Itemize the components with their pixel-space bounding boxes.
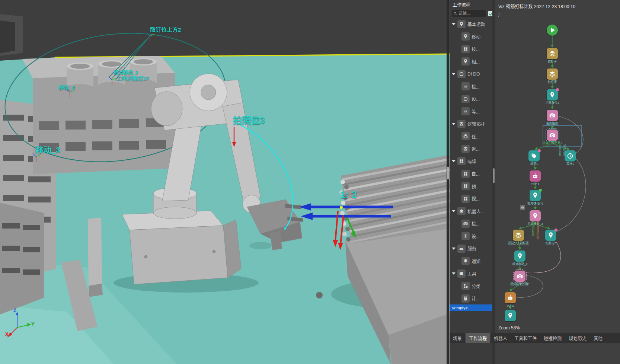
wf-item-set[interactable]: 设...: [450, 230, 495, 243]
node-label: TCP 1: [521, 182, 550, 186]
robot-icon[interactable]: [530, 170, 541, 182]
workflow-panel-scrollbar-thumb[interactable]: [493, 168, 495, 183]
wf-item-set-do[interactable]: 设...: [450, 93, 495, 105]
camera-icon[interactable]: [547, 110, 558, 121]
3d-viewport[interactable]: 取钉位上方2 相对移动_3 工件1抓取钉1P 移动_4 移动_3 拍照位3 1:…: [0, 0, 450, 364]
pin-icon: [457, 20, 466, 28]
tab-scene[interactable]: 场景: [450, 333, 466, 343]
workflow-node-relative-move-3[interactable]: 相对移动_3: [521, 210, 550, 226]
wf-item-auto[interactable]: 自...: [450, 167, 495, 180]
pin-icon[interactable]: [530, 210, 541, 221]
tab-planning-history[interactable]: 规划历史: [565, 333, 590, 343]
pin-icon: [461, 57, 470, 66]
workflow-node-photo-move-1[interactable]: 拍照移位1: [538, 89, 567, 105]
tab-tools-workpieces[interactable]: 工具和工件: [511, 333, 540, 343]
wf-category-palletize[interactable]: 码垛: [450, 155, 495, 168]
workflow-node-vision-result[interactable]: 视觉结果处理1: [505, 271, 534, 286]
waypoint-label-move-4[interactable]: 移动_4: [59, 83, 75, 91]
grid-icon: [461, 182, 470, 190]
wf-item-check[interactable]: 检...: [450, 217, 495, 230]
wf-item-move[interactable]: 移动: [450, 31, 495, 43]
robot-icon: [457, 207, 466, 215]
shapes-icon: [461, 282, 470, 290]
item-label: 检...: [472, 83, 480, 90]
item-label: 视...: [472, 195, 480, 202]
tag-icon[interactable]: [528, 150, 540, 162]
wf-item-press[interactable]: 按...: [450, 43, 495, 55]
wf-item-relative[interactable]: 相...: [450, 55, 495, 68]
wf-category-basic-motion[interactable]: 基本运动: [450, 18, 495, 31]
pin-icon[interactable]: [545, 230, 556, 241]
workflow-node-wait-1[interactable]: 等待1: [556, 150, 585, 166]
workflow-node-photo-pos-2[interactable]: 拍照位2: [536, 230, 565, 245]
wf-item-count[interactable]: 计...: [450, 292, 495, 305]
pin-icon[interactable]: [514, 250, 525, 262]
axis-y-label: Y: [31, 321, 35, 326]
waypoint-label-ratio[interactable]: 1: 2: [340, 189, 357, 201]
pin-icon[interactable]: [547, 89, 558, 100]
chevron-down-icon: [452, 73, 456, 75]
viewport-scrollbar[interactable]: [447, 0, 449, 364]
pin-icon[interactable]: [505, 310, 516, 321]
wf-category-tools[interactable]: 工具: [450, 267, 495, 280]
wf-category-di-do[interactable]: DI DO: [450, 68, 495, 80]
node-graph-panel[interactable]: Viz-钢筋打标计数 2022-12-23 18:00:10 /: [495, 0, 620, 364]
workflow-node-relative-move-1[interactable]: 相对移动(1): [521, 190, 550, 205]
search-input[interactable]: [458, 11, 485, 16]
workflow-node-relative-move-2[interactable]: 相对移动_2: [505, 250, 534, 266]
wf-item-exit[interactable]: 退...: [450, 143, 495, 155]
workflow-node-tcp-1[interactable]: TCP 1: [521, 170, 550, 186]
layers-icon[interactable]: [547, 68, 558, 80]
wf-item-check-di[interactable]: 检...: [450, 80, 495, 93]
workflow-node-vision-branch-tag[interactable]: 视觉分支投标签: [504, 230, 533, 245]
chevron-down-icon: [452, 272, 456, 275]
wf-category-robot[interactable]: 机器人...: [450, 205, 495, 218]
camera-badge-icon[interactable]: [520, 205, 525, 210]
axis-z-label: Z: [13, 307, 16, 313]
workflow-panel-scrollbar[interactable]: [492, 0, 495, 364]
tab-collision-detect[interactable]: 碰撞检测: [540, 333, 565, 343]
workflow-node-take-nail-logic[interactable]: 取钉逻: [538, 68, 567, 84]
waypoint-label-move-3[interactable]: 移动_3: [36, 144, 60, 155]
empty-drop-slot[interactable]: <empty>: [450, 304, 492, 311]
wf-item-vision[interactable]: 视...: [450, 192, 495, 205]
tab-workflow[interactable]: 工作流程: [466, 333, 490, 343]
waypoint-label-pickup-above[interactable]: 取钉位上方2: [150, 25, 181, 33]
wf-item-wait-di[interactable]: 等...: [450, 105, 495, 118]
wf-category-logic[interactable]: 逻辑拓扑: [450, 118, 495, 130]
item-label: 退...: [472, 146, 480, 152]
wf-item-task[interactable]: 任...: [450, 130, 495, 143]
wf-item-preset[interactable]: 预...: [450, 180, 495, 193]
workflow-node-check-photo-result[interactable]: 检查拍照结果1: [538, 130, 567, 145]
robot-icon[interactable]: [505, 292, 516, 303]
category-label: 码垛: [467, 158, 476, 165]
play-button[interactable]: [547, 25, 558, 36]
node-label: 检查拍照结果1: [538, 141, 567, 145]
layers-icon[interactable]: [547, 48, 558, 59]
waypoint-label-photo-pos-3[interactable]: 拍照位3: [233, 113, 265, 126]
app-root: 取钉位上方2 相对移动_3 工件1抓取钉1P 移动_4 移动_3 拍照位3 1:…: [0, 0, 620, 364]
viewport-scrollbar-thumb[interactable]: [447, 167, 449, 179]
tab-other[interactable]: 其他: [590, 333, 606, 343]
tab-robot[interactable]: 机器人: [490, 333, 511, 343]
camera-icon[interactable]: [547, 130, 558, 141]
circle-icon: [461, 95, 470, 103]
layers-icon: [461, 132, 470, 140]
chevron-down-icon: [452, 23, 456, 25]
workflow-node-tag-1[interactable]: 标签1: [520, 150, 549, 166]
clock-icon[interactable]: [565, 150, 576, 162]
wf-item-classify[interactable]: 分类: [450, 280, 495, 293]
workflow-node-photo-shoot[interactable]: 拍照拍照: [538, 110, 567, 125]
workflow-node-take-nail[interactable]: 取钉子: [538, 48, 567, 63]
camera-icon[interactable]: [514, 271, 525, 282]
wf-category-service[interactable]: 服务: [450, 242, 495, 255]
waypoint-label-workpiece-grab[interactable]: 工件1抓取钉1P: [116, 74, 149, 82]
wf-item-notify[interactable]: 通知: [450, 255, 495, 268]
workflow-node-bottom[interactable]: [496, 310, 525, 321]
layers-icon[interactable]: [513, 230, 524, 241]
search-box[interactable]: [452, 10, 486, 17]
breadcrumb[interactable]: /: [495, 10, 620, 20]
item-label: 任...: [472, 133, 480, 140]
workflow-node-tcp-2[interactable]: TCP2: [496, 292, 525, 307]
pin-icon[interactable]: [530, 190, 541, 201]
